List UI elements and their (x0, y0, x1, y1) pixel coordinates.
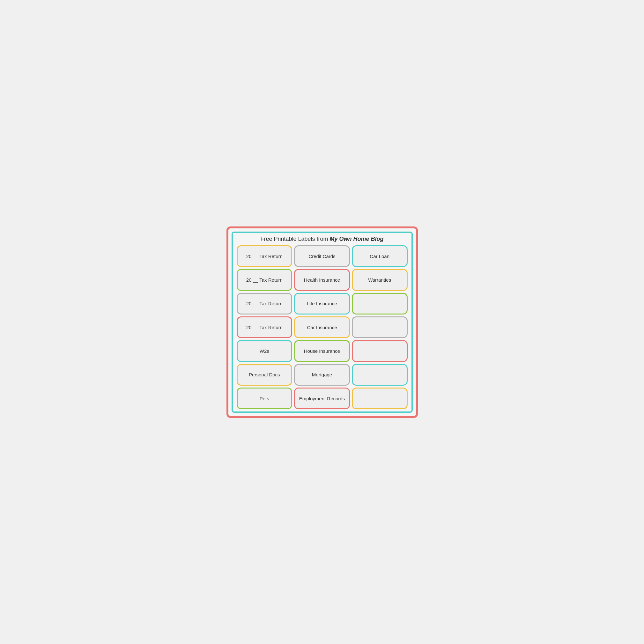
title-brand: My Own Home Blog (330, 236, 384, 242)
label-card: Health Insurance (294, 269, 350, 291)
label-card: Employment Records (294, 388, 350, 409)
label-card (352, 293, 408, 315)
label-card: 20 __ Tax Return (237, 293, 292, 315)
page-title: Free Printable Labels from My Own Home B… (237, 235, 408, 243)
label-card: Pets (237, 388, 292, 409)
label-card (352, 388, 408, 409)
label-card (352, 340, 408, 362)
label-card: Credit Cards (294, 245, 350, 267)
label-card (352, 316, 408, 338)
label-card: 20 __ Tax Return (237, 316, 292, 338)
label-card: Mortgage (294, 364, 350, 386)
title-prefix: Free Printable Labels from (260, 236, 329, 242)
inner-border: Free Printable Labels from My Own Home B… (232, 232, 413, 413)
label-card: W2s (237, 340, 292, 362)
page-container: Free Printable Labels from My Own Home B… (226, 226, 418, 418)
label-card: House Insurance (294, 340, 350, 362)
label-card (352, 364, 408, 386)
label-card: Car Loan (352, 245, 408, 267)
label-card: Car Insurance (294, 316, 350, 338)
labels-grid: 20 __ Tax ReturnCredit CardsCar Loan20 _… (237, 245, 408, 410)
label-card: Life Insurance (294, 293, 350, 315)
label-card: 20 __ Tax Return (237, 245, 292, 267)
label-card: Personal Docs (237, 364, 292, 386)
label-card: 20 __ Tax Return (237, 269, 292, 291)
label-card: Warranties (352, 269, 408, 291)
